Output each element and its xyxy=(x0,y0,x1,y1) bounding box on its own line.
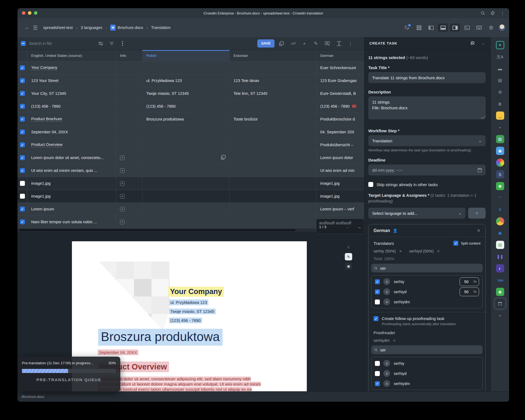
row-select-cell[interactable]: ✓ xyxy=(18,74,27,87)
source-cell[interactable]: Product Brochure xyxy=(27,113,116,125)
context-image-icon[interactable]: ★ xyxy=(120,168,125,173)
assignee-checkbox[interactable] xyxy=(375,299,380,304)
table-row[interactable]: ✓Ut wisi enim ad minim veniam, quis ...★… xyxy=(18,164,364,177)
minimize-window-button[interactable] xyxy=(28,11,31,15)
cube-app-icon[interactable] xyxy=(496,217,504,225)
source-cell[interactable]: (123) 456 - 7890 xyxy=(27,100,116,113)
estonian-cell[interactable] xyxy=(230,190,316,202)
proofreader-tag[interactable]: serhiydm✕ xyxy=(374,338,396,343)
translator-tag[interactable]: serhiyd (50%)✕ xyxy=(409,249,440,253)
german-cell[interactable]: 123 Eure Grabesgas xyxy=(316,74,364,87)
add-icon[interactable]: + xyxy=(300,39,309,48)
doc-company-name[interactable]: Your Company xyxy=(168,287,224,297)
next-suggestion-icon[interactable]: → xyxy=(357,225,361,229)
german-cell[interactable]: Produktübersicht – xyxy=(316,139,364,151)
row-select-cell[interactable]: ✓ xyxy=(18,203,27,215)
row-select-cell[interactable]: ✓ xyxy=(18,61,27,74)
save-button[interactable]: SAVE xyxy=(257,39,275,48)
duplicate-string-icon[interactable] xyxy=(221,155,226,160)
table-row[interactable]: ✓123 Your Streetul. Przykładowa 123123 T… xyxy=(18,74,364,87)
estonian-cell[interactable] xyxy=(230,203,316,215)
emoji-app-icon[interactable]: ‿ xyxy=(496,111,504,120)
polish-cell[interactable]: (123) 456 - 7890 xyxy=(142,100,230,113)
table-row[interactable]: image1.jpg★image1.jpg xyxy=(18,177,364,190)
layout-right-icon[interactable] xyxy=(450,24,460,32)
percent-input[interactable]: 50% xyxy=(460,277,479,286)
back-icon[interactable]: ← xyxy=(23,25,31,31)
row-checkbox[interactable] xyxy=(20,181,25,186)
polish-cell[interactable] xyxy=(142,126,230,138)
doc-date[interactable]: September 04, 20XX xyxy=(98,349,138,355)
table-row[interactable]: ✓Lorem ipsum★Lorem ipsum – verf xyxy=(18,203,364,216)
eye-oval-app-icon[interactable]: ◉ xyxy=(496,229,504,237)
dot-indicator[interactable]: • xyxy=(496,123,504,131)
blue-swoosh-app-icon[interactable]: ↯ xyxy=(496,205,504,214)
horizontal-scrollbar[interactable] xyxy=(18,228,364,232)
blue-arc-app-icon[interactable]: ◠ xyxy=(496,194,504,202)
followup-checkbox[interactable]: ✓ xyxy=(374,316,378,321)
polish-cell[interactable]: Twoje miasto, ST 12345 xyxy=(142,87,230,100)
filter-icon[interactable] xyxy=(107,39,116,48)
estonian-cell[interactable] xyxy=(230,126,316,138)
close-window-button[interactable] xyxy=(22,11,25,15)
source-cell[interactable]: Product Overview xyxy=(27,139,116,151)
doc-title[interactable]: Broszura produktowa xyxy=(98,329,223,346)
polish-cell[interactable] xyxy=(142,190,230,202)
remove-tag-icon[interactable]: ✕ xyxy=(437,249,440,253)
menu-icon[interactable]: ☰ xyxy=(31,25,39,31)
table-row[interactable]: ✓Lorem ipsum dolor sit amet, consectetu.… xyxy=(18,151,364,164)
table-row[interactable]: ✓Product BrochureBroszura produktowaToot… xyxy=(18,113,364,126)
language-select[interactable]: Select language to add...⌄ xyxy=(368,208,465,219)
translator-tag[interactable]: serhiy (50%)✕ xyxy=(374,249,402,253)
fit-vertical-icon[interactable] xyxy=(334,39,343,48)
select-all-checkbox[interactable] xyxy=(21,41,26,46)
german-cell[interactable]: Lorem ipsum – verf xyxy=(316,203,364,215)
german-cell[interactable]: image1.jpg xyxy=(316,177,364,190)
german-cell[interactable]: Euer Schreckensunt xyxy=(316,61,364,74)
column-german[interactable]: German xyxy=(316,50,364,61)
doc-address-line[interactable]: ul. Przykładowa 123 xyxy=(169,299,208,305)
preview-eye-icon[interactable]: ◉ xyxy=(345,262,352,270)
assignee-option[interactable]: ✓ s serhiy50% xyxy=(375,277,479,287)
row-checkbox[interactable]: ✓ xyxy=(20,219,25,224)
german-cell[interactable]: Ut wisi enim ad min xyxy=(316,164,364,177)
s-badge-app-icon[interactable]: S xyxy=(496,170,504,178)
drag-dots-icon[interactable]: ⠿ xyxy=(345,244,352,251)
table-row[interactable]: ✓(123) 456 - 7890(123) 456 - 7890(123) 4… xyxy=(18,100,364,113)
scrollbar-thumb[interactable] xyxy=(19,229,295,231)
source-cell[interactable]: September 04, 20XX xyxy=(27,126,116,138)
row-select-cell[interactable]: ✓ xyxy=(18,164,27,177)
row-checkbox[interactable]: ✓ xyxy=(20,117,25,122)
columns-icon[interactable] xyxy=(323,39,332,48)
remove-tag-icon[interactable]: ✕ xyxy=(399,249,402,253)
followup-row[interactable]: ✓ Create follow-up proofreading task Pro… xyxy=(371,316,483,326)
row-select-cell[interactable]: ✓ xyxy=(18,100,27,113)
color-wheel-app-icon[interactable] xyxy=(496,158,504,167)
proofreader-search-input[interactable] xyxy=(380,348,480,352)
doc-address-line[interactable]: Twoje miasto, ST 12345 xyxy=(169,309,216,314)
estonian-cell[interactable]: 123 Teie tänav xyxy=(230,74,316,87)
duplicate-icon[interactable] xyxy=(277,39,286,48)
context-image-icon[interactable]: ★ xyxy=(120,220,125,224)
row-checkbox[interactable]: ✓ xyxy=(20,130,25,134)
skip-strings-row[interactable]: Skip strings already in other tasks xyxy=(368,182,486,187)
keyboard-icon[interactable] xyxy=(474,24,484,32)
german-cell[interactable]: Lorem ipsum dolor xyxy=(316,151,364,164)
estonian-cell[interactable] xyxy=(230,151,316,164)
assignee-option[interactable]: s serhiydm xyxy=(375,297,479,307)
source-cell[interactable]: Ut wisi enim ad minim veniam, quis ... xyxy=(27,164,116,177)
polish-cell[interactable] xyxy=(142,203,230,215)
polish-cell[interactable]: ul. Przykładowa 123 xyxy=(142,74,230,87)
column-info[interactable]: Info xyxy=(116,50,142,61)
purple-swirl-app-icon[interactable]: ◐ xyxy=(496,264,504,272)
estonian-cell[interactable]: Toote brošüür xyxy=(230,113,316,125)
settings-sliders-icon[interactable] xyxy=(96,39,105,48)
row-select-cell[interactable] xyxy=(18,177,27,190)
row-select-cell[interactable]: ✓ xyxy=(18,87,27,100)
source-cell[interactable]: Nam liber tempor cum soluta nobis ... xyxy=(27,216,116,228)
row-checkbox[interactable]: ✓ xyxy=(20,168,25,173)
percent-input[interactable]: 50% xyxy=(460,287,479,296)
table-row[interactable]: ✓Your CompanyEuer Schreckensunt xyxy=(18,61,364,74)
skip-strings-checkbox[interactable] xyxy=(368,182,373,187)
row-checkbox[interactable] xyxy=(20,194,25,199)
